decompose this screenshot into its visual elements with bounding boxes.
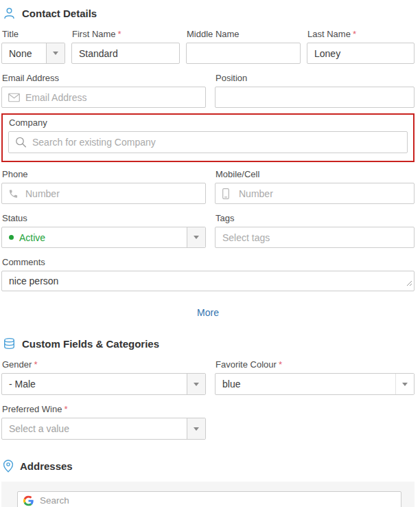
company-label: Company [9,117,408,128]
contact-details-header: Contact Details [3,7,415,20]
phone-input[interactable] [1,183,206,204]
comments-label: Comments [2,257,415,267]
title-field: Title None [1,29,65,64]
chevron-down-icon [194,236,199,239]
status-select-value: Active [19,232,45,243]
status-select-arrow-button[interactable] [187,227,205,247]
status-active-dot-icon [9,235,14,240]
gender-select-value: - Male [2,379,43,390]
gender-colour-row: Gender* - Male Favorite Colour* blue [1,359,415,395]
required-asterisk: * [34,359,37,370]
database-icon [3,337,16,350]
title-label: Title [2,29,65,39]
middle-name-field: Middle Name [186,29,301,64]
company-highlight-box: Company [1,113,415,162]
gender-field-block: Gender* - Male [1,359,206,395]
tags-label: Tags [215,213,415,223]
email-input[interactable] [1,87,206,108]
gender-select[interactable]: - Male [1,373,206,395]
name-row: Title None First Name* Middle Name Last … [1,29,415,64]
section-title-custom-fields: Custom Fields & Categories [22,338,159,350]
chevron-down-icon [53,52,58,55]
mobile-input[interactable] [215,183,415,204]
comments-field-block: Comments nice person [1,257,415,291]
chevron-down-icon [194,383,199,386]
chevron-down-icon [402,383,408,386]
email-label: Email Address [2,73,206,83]
favorite-colour-select-arrow-button[interactable] [395,374,414,394]
more-link-row: More [1,306,415,319]
first-name-input[interactable] [71,43,180,64]
favorite-colour-label: Favorite Colour [215,359,277,370]
preferred-wine-select[interactable]: Select a value [1,418,206,440]
tags-field-block: Tags [215,213,415,248]
company-search-input[interactable] [8,131,408,153]
middle-name-input[interactable] [186,43,301,64]
map-pin-icon [3,460,14,473]
gender-select-arrow-button[interactable] [187,374,205,394]
required-asterisk: * [118,29,121,39]
tags-input[interactable] [215,227,415,248]
preferred-wine-field-block: Preferred Wine* Select a value [1,404,206,440]
addresses-panel: Add Manually (expand) [1,482,415,507]
comments-textarea[interactable]: nice person [1,271,415,291]
position-label: Position [215,73,415,83]
title-select-value: None [2,48,38,59]
phone-field-block: Phone [1,169,206,204]
status-label: Status [2,213,206,223]
last-name-input[interactable] [307,43,415,64]
favorite-colour-select-value: blue [215,379,247,390]
phone-mobile-row: Phone Mobile/Cell [1,169,415,204]
person-icon [3,7,16,20]
first-name-label: First Name [72,29,116,39]
email-position-row: Email Address Position [1,73,415,108]
last-name-field: Last Name* [307,29,415,64]
title-select[interactable]: None [1,43,65,64]
addresses-header: Addresses [3,460,415,473]
mobile-label: Mobile/Cell [215,169,415,179]
status-field-block: Status Active [1,213,206,248]
last-name-label: Last Name [307,29,351,39]
phone-icon [8,188,19,199]
title-select-arrow-button[interactable] [46,43,65,63]
address-search-input[interactable] [17,491,401,507]
mobile-phone-icon [222,188,230,199]
custom-fields-header: Custom Fields & Categories [3,337,415,350]
google-icon [23,495,34,506]
required-asterisk: * [353,29,356,39]
status-select[interactable]: Active [1,227,206,248]
section-title-contact-details: Contact Details [22,8,97,19]
required-asterisk: * [279,359,282,370]
status-tags-row: Status Active Tags [1,213,415,248]
preferred-wine-select-arrow-button[interactable] [187,418,205,439]
gender-label: Gender [2,359,32,370]
phone-label: Phone [2,169,206,179]
preferred-wine-label: Preferred Wine [2,404,62,414]
search-icon [15,137,27,148]
preferred-wine-select-placeholder: Select a value [2,423,76,434]
email-field-block: Email Address [1,73,206,108]
more-link[interactable]: More [197,307,219,318]
mobile-field-block: Mobile/Cell [215,169,415,204]
required-asterisk: * [64,404,67,414]
middle-name-label: Middle Name [187,29,301,39]
favorite-colour-select[interactable]: blue [215,373,415,395]
first-name-field: First Name* [71,29,180,64]
contact-form-page: Contact Details Title None First Name* M… [0,0,420,507]
position-field-block: Position [215,73,415,108]
section-title-addresses: Addresses [20,460,73,472]
favorite-colour-field-block: Favorite Colour* blue [215,359,415,395]
envelope-icon [8,93,20,102]
preferred-wine-row: Preferred Wine* Select a value [1,404,415,440]
position-input[interactable] [215,87,415,108]
chevron-down-icon [194,427,199,431]
